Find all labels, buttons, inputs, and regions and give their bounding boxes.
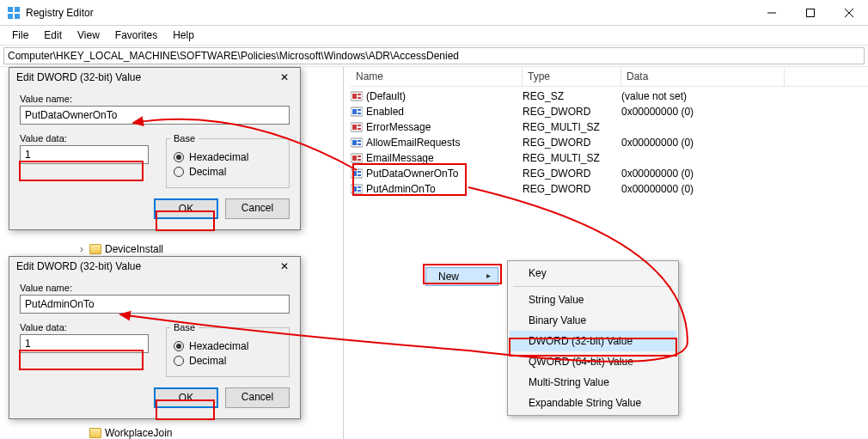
value-icon xyxy=(351,137,363,149)
list-row[interactable]: PutAdminOnToREG_DWORD0x00000000 (0) xyxy=(351,181,868,197)
value-data: 0x00000000 (0) xyxy=(621,106,785,118)
value-type: REG_MULTI_SZ xyxy=(523,121,621,133)
value-type: REG_DWORD xyxy=(523,168,621,180)
menu-help[interactable]: Help xyxy=(166,27,201,43)
value-data: 0x00000000 (0) xyxy=(621,137,785,149)
folder-icon xyxy=(89,244,101,254)
minimize-button[interactable] xyxy=(752,0,791,25)
svg-rect-27 xyxy=(358,159,361,161)
svg-rect-13 xyxy=(352,109,357,114)
menu-view[interactable]: View xyxy=(70,27,107,43)
svg-rect-0 xyxy=(8,7,13,12)
ctx-string[interactable]: String Value xyxy=(510,290,676,310)
radio-hex[interactable]: Hexadecimal xyxy=(174,340,282,352)
folder-icon xyxy=(89,428,101,438)
maximize-button[interactable] xyxy=(791,0,829,25)
close-icon[interactable]: ✕ xyxy=(276,260,293,272)
value-name-input[interactable] xyxy=(20,106,290,125)
value-data-input[interactable] xyxy=(20,334,149,353)
svg-rect-11 xyxy=(358,97,361,99)
radio-dec[interactable]: Decimal xyxy=(174,355,282,367)
value-name: (Default) xyxy=(366,90,406,102)
svg-rect-9 xyxy=(352,94,357,99)
ok-button[interactable]: OK xyxy=(154,387,218,408)
svg-rect-31 xyxy=(358,174,361,176)
value-icon xyxy=(351,106,363,118)
menu-edit[interactable]: Edit xyxy=(37,27,69,43)
svg-rect-17 xyxy=(352,125,357,130)
ok-button[interactable]: OK xyxy=(154,198,218,219)
svg-rect-26 xyxy=(358,155,361,157)
value-name: PutDataOwnerOnTo xyxy=(366,168,458,180)
list-header: Name Type Data xyxy=(351,67,868,87)
col-header-data[interactable]: Data xyxy=(621,67,785,86)
col-header-name[interactable]: Name xyxy=(351,67,523,86)
context-new[interactable]: New xyxy=(425,267,498,286)
value-type: REG_DWORD xyxy=(523,106,621,118)
value-data-label: Value data: xyxy=(20,133,149,143)
addressbar xyxy=(0,45,868,67)
menu-favorites[interactable]: Favorites xyxy=(108,27,164,43)
close-button[interactable] xyxy=(829,0,868,25)
tree-item[interactable]: ›DeviceInstall xyxy=(77,242,163,256)
context-menu: Key String Value Binary Value DWORD (32-… xyxy=(507,260,679,416)
value-name-input[interactable] xyxy=(20,295,290,314)
value-data: 0x00000000 (0) xyxy=(621,168,785,180)
value-data-input[interactable] xyxy=(20,145,149,164)
svg-rect-23 xyxy=(358,143,361,145)
value-type: REG_DWORD xyxy=(523,137,621,149)
list-row[interactable]: PutDataOwnerOnToREG_DWORD0x00000000 (0) xyxy=(351,166,868,181)
ctx-key[interactable]: Key xyxy=(510,263,676,284)
svg-rect-33 xyxy=(352,186,357,192)
ctx-binary[interactable]: Binary Value xyxy=(510,310,676,331)
svg-rect-1 xyxy=(15,7,20,12)
value-name-label: Value name: xyxy=(20,283,290,293)
ctx-qword[interactable]: QWORD (64-bit) Value xyxy=(510,351,676,372)
value-data-label: Value data: xyxy=(20,322,149,332)
radio-dec[interactable]: Decimal xyxy=(174,166,282,178)
app-icon xyxy=(7,6,21,20)
value-name: PutAdminOnTo xyxy=(366,183,436,195)
svg-rect-10 xyxy=(358,94,361,95)
radio-hex[interactable]: Hexadecimal xyxy=(174,151,282,163)
value-icon xyxy=(351,183,363,195)
menu-file[interactable]: File xyxy=(5,27,35,43)
menubar: File Edit View Favorites Help xyxy=(0,26,868,45)
ctx-multi[interactable]: Multi-String Value xyxy=(510,372,676,393)
svg-rect-35 xyxy=(358,190,361,192)
value-name-label: Value name: xyxy=(20,94,290,104)
value-data: (value not set) xyxy=(621,90,785,102)
svg-rect-18 xyxy=(358,125,361,126)
cancel-button[interactable]: Cancel xyxy=(225,387,290,408)
list-row[interactable]: ErrorMessageREG_MULTI_SZ xyxy=(351,119,868,135)
tree-item[interactable]: WorkplaceJoin xyxy=(77,426,172,439)
ctx-expand[interactable]: Expandable String Value xyxy=(510,393,676,413)
edit-dword-dialog: Edit DWORD (32-bit) Value ✕ Value name: … xyxy=(9,256,301,419)
cancel-button[interactable]: Cancel xyxy=(225,198,290,219)
window-title: Registry Editor xyxy=(26,7,752,19)
list-row[interactable]: AllowEmailRequestsREG_DWORD0x00000000 (0… xyxy=(351,135,868,150)
value-name: AllowEmailRequests xyxy=(366,137,460,149)
edit-dword-dialog: Edit DWORD (32-bit) Value ✕ Value name: … xyxy=(9,67,301,230)
base-fieldset: Base Hexadecimal Decimal xyxy=(166,322,290,377)
dialog-title: Edit DWORD (32-bit) Value xyxy=(16,71,141,83)
value-name: EmailMessage xyxy=(366,152,434,164)
value-type: REG_DWORD xyxy=(523,183,621,195)
list-row[interactable]: EmailMessageREG_MULTI_SZ xyxy=(351,150,868,166)
address-input[interactable] xyxy=(3,47,865,64)
dialog-title: Edit DWORD (32-bit) Value xyxy=(16,260,141,272)
close-icon[interactable]: ✕ xyxy=(276,71,293,83)
ctx-dword[interactable]: DWORD (32-bit) Value xyxy=(510,331,676,351)
svg-rect-15 xyxy=(358,113,361,114)
value-icon xyxy=(351,121,363,133)
list-row[interactable]: (Default)REG_SZ(value not set) xyxy=(351,88,868,104)
list-row[interactable]: EnabledREG_DWORD0x00000000 (0) xyxy=(351,104,868,119)
value-icon xyxy=(351,90,363,102)
svg-rect-25 xyxy=(352,155,357,161)
value-type: REG_SZ xyxy=(523,90,621,102)
svg-rect-21 xyxy=(352,140,357,145)
col-header-type[interactable]: Type xyxy=(523,67,621,86)
base-fieldset: Base Hexadecimal Decimal xyxy=(166,133,290,188)
svg-rect-19 xyxy=(358,128,361,130)
svg-rect-30 xyxy=(358,171,361,173)
